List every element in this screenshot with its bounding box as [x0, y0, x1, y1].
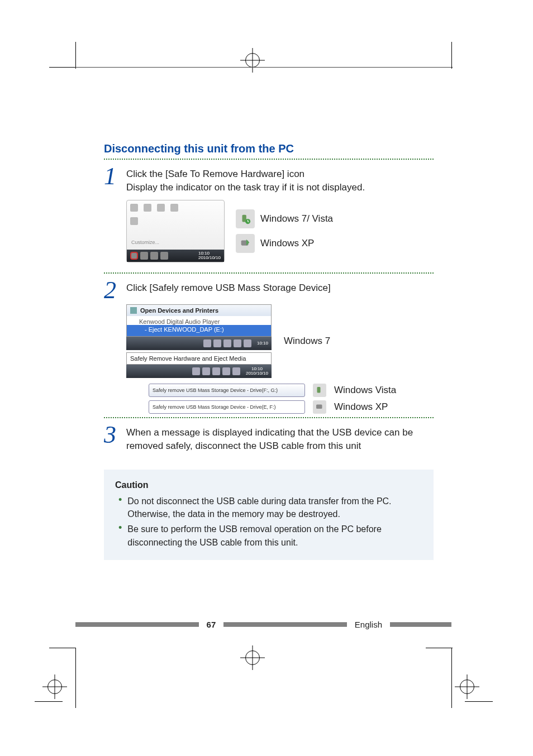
caution-box: Caution Do not disconnect the USB cable … — [104, 470, 434, 560]
crop-mark — [75, 42, 76, 69]
page-footer: 67 English — [75, 620, 451, 629]
step-2: 2 Click [Safely remove USB Mass Storage … — [104, 279, 434, 302]
crop-mark — [49, 648, 76, 648]
crop-mark — [35, 701, 63, 702]
win7-eject-menu-screenshot: Open Devices and Printers Kenwood Digita… — [126, 304, 272, 337]
win7-taskbar-screenshot: 10:10 — [126, 337, 272, 350]
caution-item-1: Do not disconnect the USB cable during d… — [127, 495, 422, 520]
step3-text: When a message is displayed indicating t… — [126, 426, 434, 453]
crop-mark — [451, 42, 452, 69]
win7-taskbar-date2: 2010/10/10 — [246, 371, 268, 376]
win7-taskbar-screenshot-2: 10:10 2010/10/10 — [126, 365, 272, 378]
safely-remove-icon — [313, 400, 326, 414]
caution-item-2: Be sure to perform the USB removal opera… — [127, 523, 422, 548]
tray-date: 2010/10/10 — [198, 256, 221, 260]
page-number: 67 — [207, 620, 216, 629]
crop-mark — [75, 648, 76, 674]
menu-row-device: Kenwood Digital Audio Player — [127, 316, 271, 325]
svg-rect-3 — [317, 387, 321, 393]
step-number: 1 — [104, 165, 126, 188]
step2-line1: Click [Safely remove USB Mass Storage De… — [126, 281, 434, 295]
vista-balloon-screenshot: Safely remove USB Mass Storage Device - … — [149, 384, 305, 397]
tray-popup-screenshot: Customize... 10:10 2010/10/10 — [126, 200, 225, 262]
separator — [104, 272, 434, 274]
caution-title: Caution — [115, 479, 422, 491]
separator — [104, 159, 434, 160]
step1-line2: Display the indicator on the task tray i… — [126, 181, 434, 194]
safely-remove-icon-win7 — [236, 209, 255, 228]
step1-line1: Click the [Safe To Remove Hardware] icon — [126, 168, 434, 181]
section-heading: Disconnecting this unit from the PC — [104, 142, 434, 155]
os-label-win7vista: Windows 7/ Vista — [260, 213, 333, 224]
crop-mark — [49, 67, 76, 68]
step-1: 1 Click the [Safe To Remove Hardware] ic… — [104, 165, 434, 194]
separator — [104, 417, 434, 418]
tray-customize-label: Customize... — [131, 240, 159, 245]
tray-highlighted-icon — [130, 252, 138, 260]
page-language: English — [355, 620, 382, 629]
crop-mark — [465, 701, 493, 702]
label-windows-vista: Windows Vista — [334, 385, 396, 396]
menu-header: Open Devices and Printers — [140, 307, 218, 314]
step-number: 3 — [104, 424, 126, 446]
step1-figure-row: Customize... 10:10 2010/10/10 Windows 7/… — [126, 200, 434, 262]
step-number: 2 — [104, 279, 126, 302]
safely-remove-icon-xp — [236, 234, 255, 253]
xp-balloon-screenshot: Safely remove USB Mass Storage Device - … — [149, 400, 305, 414]
crop-mark — [426, 648, 453, 648]
menu-row-eject: - Eject KENWOOD_DAP (E:) — [127, 325, 271, 336]
label-windows-xp: Windows XP — [334, 401, 388, 413]
crop-mark — [451, 674, 452, 708]
label-windows7: Windows 7 — [284, 336, 330, 347]
crop-mark — [451, 648, 452, 674]
svg-rect-4 — [316, 405, 322, 409]
safely-remove-icon — [313, 384, 326, 397]
win7-taskbar-time1: 10:10 — [257, 341, 268, 346]
step-3: 3 When a message is displayed indicating… — [104, 424, 434, 453]
os-label-xp: Windows XP — [260, 238, 314, 249]
eject-tooltip: Safely Remove Hardware and Eject Media — [126, 352, 272, 365]
crop-mark — [75, 674, 76, 708]
